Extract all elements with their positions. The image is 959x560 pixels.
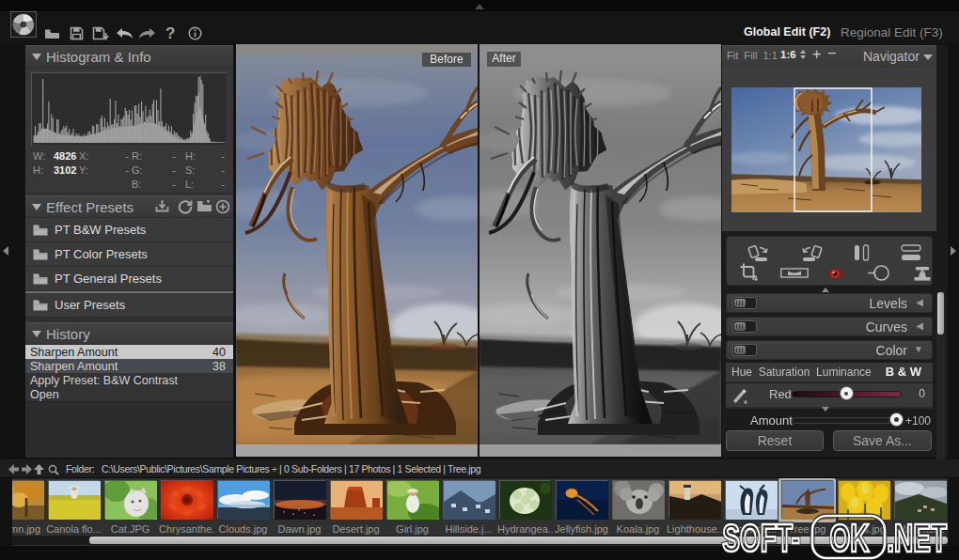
svg-text:OK: OK [829, 515, 869, 560]
svg-text:SOFT-: SOFT- [722, 515, 800, 560]
svg-text:.NET: .NET [887, 515, 947, 560]
